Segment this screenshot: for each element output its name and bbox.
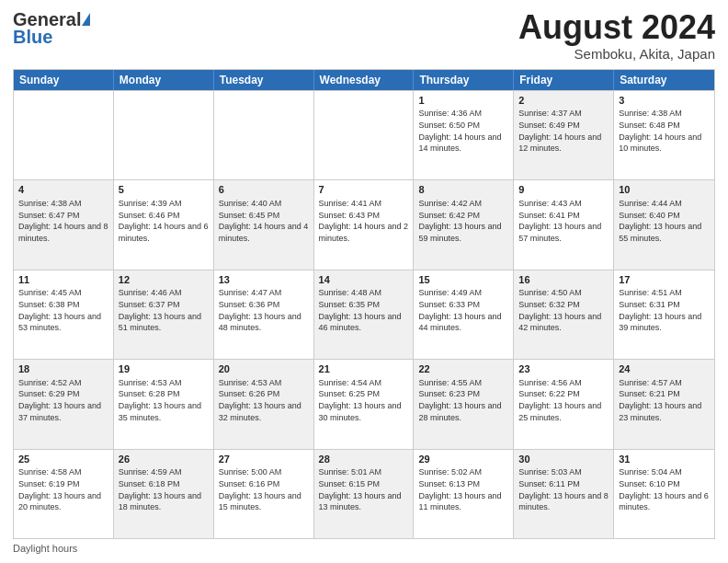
day-header-thursday: Thursday <box>414 70 514 90</box>
day-number: 23 <box>518 362 609 376</box>
day-number: 29 <box>418 453 508 466</box>
calendar-row-2: 4Sunrise: 4:38 AMSunset: 6:47 PMDaylight… <box>14 179 714 269</box>
day-detail: Sunrise: 4:56 AMSunset: 6:22 PMDaylight:… <box>518 377 609 423</box>
day-number: 9 <box>518 183 609 197</box>
day-number: 13 <box>219 273 309 287</box>
day-detail: Sunrise: 4:38 AMSunset: 6:48 PMDaylight:… <box>619 108 710 154</box>
day-number: 1 <box>418 94 508 108</box>
header: General Blue August 2024 Semboku, Akita,… <box>13 9 715 62</box>
empty-cell <box>114 91 214 179</box>
day-cell-20: 20Sunrise: 4:53 AMSunset: 6:26 PMDayligh… <box>214 360 314 448</box>
day-number: 15 <box>418 273 508 287</box>
day-number: 7 <box>319 183 409 197</box>
day-number: 31 <box>619 453 710 466</box>
calendar-row-4: 18Sunrise: 4:52 AMSunset: 6:29 PMDayligh… <box>14 359 714 448</box>
day-number: 16 <box>518 273 609 287</box>
day-cell-12: 12Sunrise: 4:46 AMSunset: 6:37 PMDayligh… <box>114 270 214 359</box>
day-header-wednesday: Wednesday <box>314 70 415 90</box>
day-cell-17: 17Sunrise: 4:51 AMSunset: 6:31 PMDayligh… <box>614 270 714 359</box>
day-header-tuesday: Tuesday <box>214 70 314 90</box>
day-number: 24 <box>619 362 710 376</box>
day-detail: Sunrise: 4:44 AMSunset: 6:40 PMDaylight:… <box>619 198 710 244</box>
day-cell-2: 2Sunrise: 4:37 AMSunset: 6:49 PMDaylight… <box>514 91 614 179</box>
day-detail: Sunrise: 4:50 AMSunset: 6:32 PMDaylight:… <box>518 287 609 333</box>
day-detail: Sunrise: 4:40 AMSunset: 6:45 PMDaylight:… <box>219 198 309 244</box>
day-cell-11: 11Sunrise: 4:45 AMSunset: 6:38 PMDayligh… <box>14 270 114 359</box>
day-number: 22 <box>418 362 508 376</box>
day-detail: Sunrise: 4:59 AMSunset: 6:18 PMDaylight:… <box>119 466 209 512</box>
empty-cell <box>214 91 314 179</box>
day-detail: Sunrise: 4:52 AMSunset: 6:29 PMDaylight:… <box>18 377 108 423</box>
day-detail: Sunrise: 5:04 AMSunset: 6:10 PMDaylight:… <box>619 466 710 512</box>
day-number: 18 <box>18 362 108 376</box>
day-header-monday: Monday <box>114 70 214 90</box>
day-cell-6: 6Sunrise: 4:40 AMSunset: 6:45 PMDaylight… <box>214 180 314 269</box>
day-header-sunday: Sunday <box>14 70 114 90</box>
day-detail: Sunrise: 4:38 AMSunset: 6:47 PMDaylight:… <box>18 198 108 244</box>
day-cell-14: 14Sunrise: 4:48 AMSunset: 6:35 PMDayligh… <box>314 270 415 359</box>
day-cell-31: 31Sunrise: 5:04 AMSunset: 6:10 PMDayligh… <box>614 450 714 538</box>
day-cell-5: 5Sunrise: 4:39 AMSunset: 6:46 PMDaylight… <box>114 180 214 269</box>
day-cell-19: 19Sunrise: 4:53 AMSunset: 6:28 PMDayligh… <box>114 360 214 448</box>
day-cell-26: 26Sunrise: 4:59 AMSunset: 6:18 PMDayligh… <box>114 450 214 538</box>
calendar-row-1: 1Sunrise: 4:36 AMSunset: 6:50 PMDaylight… <box>14 90 714 179</box>
day-cell-30: 30Sunrise: 5:03 AMSunset: 6:11 PMDayligh… <box>514 450 614 538</box>
day-cell-1: 1Sunrise: 4:36 AMSunset: 6:50 PMDaylight… <box>414 91 514 179</box>
calendar-row-3: 11Sunrise: 4:45 AMSunset: 6:38 PMDayligh… <box>14 270 714 359</box>
day-number: 5 <box>119 183 209 197</box>
day-detail: Sunrise: 5:00 AMSunset: 6:16 PMDaylight:… <box>219 466 309 512</box>
day-detail: Sunrise: 4:49 AMSunset: 6:33 PMDaylight:… <box>418 287 508 333</box>
day-cell-24: 24Sunrise: 4:57 AMSunset: 6:21 PMDayligh… <box>614 360 714 448</box>
day-cell-23: 23Sunrise: 4:56 AMSunset: 6:22 PMDayligh… <box>514 360 614 448</box>
day-cell-10: 10Sunrise: 4:44 AMSunset: 6:40 PMDayligh… <box>614 180 714 269</box>
calendar: SundayMondayTuesdayWednesdayThursdayFrid… <box>13 69 715 539</box>
day-number: 21 <box>319 362 409 376</box>
day-detail: Sunrise: 4:54 AMSunset: 6:25 PMDaylight:… <box>319 377 409 423</box>
day-cell-7: 7Sunrise: 4:41 AMSunset: 6:43 PMDaylight… <box>314 180 415 269</box>
day-number: 28 <box>319 453 409 466</box>
day-number: 11 <box>18 273 108 287</box>
day-detail: Sunrise: 4:57 AMSunset: 6:21 PMDaylight:… <box>619 377 710 423</box>
day-cell-27: 27Sunrise: 5:00 AMSunset: 6:16 PMDayligh… <box>214 450 314 538</box>
day-number: 10 <box>619 183 710 197</box>
day-number: 4 <box>18 183 108 197</box>
day-number: 14 <box>319 273 409 287</box>
day-cell-13: 13Sunrise: 4:47 AMSunset: 6:36 PMDayligh… <box>214 270 314 359</box>
day-cell-4: 4Sunrise: 4:38 AMSunset: 6:47 PMDaylight… <box>14 180 114 269</box>
logo-triangle-icon <box>82 13 90 26</box>
day-number: 8 <box>418 183 508 197</box>
day-detail: Sunrise: 4:36 AMSunset: 6:50 PMDaylight:… <box>418 108 508 154</box>
logo: General Blue <box>13 9 90 48</box>
day-cell-29: 29Sunrise: 5:02 AMSunset: 6:13 PMDayligh… <box>414 450 514 538</box>
day-detail: Sunrise: 4:53 AMSunset: 6:28 PMDaylight:… <box>119 377 209 423</box>
day-cell-15: 15Sunrise: 4:49 AMSunset: 6:33 PMDayligh… <box>414 270 514 359</box>
day-cell-22: 22Sunrise: 4:55 AMSunset: 6:23 PMDayligh… <box>414 360 514 448</box>
day-detail: Sunrise: 4:42 AMSunset: 6:42 PMDaylight:… <box>418 198 508 244</box>
day-number: 17 <box>619 273 710 287</box>
day-detail: Sunrise: 4:46 AMSunset: 6:37 PMDaylight:… <box>119 287 209 333</box>
month-title: August 2024 <box>518 9 715 46</box>
day-number: 27 <box>219 453 309 466</box>
day-detail: Sunrise: 4:51 AMSunset: 6:31 PMDaylight:… <box>619 287 710 333</box>
day-cell-16: 16Sunrise: 4:50 AMSunset: 6:32 PMDayligh… <box>514 270 614 359</box>
day-cell-18: 18Sunrise: 4:52 AMSunset: 6:29 PMDayligh… <box>14 360 114 448</box>
calendar-row-5: 25Sunrise: 4:58 AMSunset: 6:19 PMDayligh… <box>14 449 714 538</box>
day-header-friday: Friday <box>514 70 614 90</box>
day-cell-28: 28Sunrise: 5:01 AMSunset: 6:15 PMDayligh… <box>314 450 415 538</box>
day-detail: Sunrise: 4:58 AMSunset: 6:19 PMDaylight:… <box>18 466 108 512</box>
day-detail: Sunrise: 5:03 AMSunset: 6:11 PMDaylight:… <box>518 466 609 512</box>
day-number: 19 <box>119 362 209 376</box>
calendar-header: SundayMondayTuesdayWednesdayThursdayFrid… <box>14 70 714 90</box>
day-cell-8: 8Sunrise: 4:42 AMSunset: 6:42 PMDaylight… <box>414 180 514 269</box>
day-number: 12 <box>119 273 209 287</box>
empty-cell <box>14 91 114 179</box>
day-number: 30 <box>518 453 609 466</box>
day-detail: Sunrise: 4:48 AMSunset: 6:35 PMDaylight:… <box>319 287 409 333</box>
day-detail: Sunrise: 4:53 AMSunset: 6:26 PMDaylight:… <box>219 377 309 423</box>
day-number: 2 <box>518 94 609 108</box>
day-detail: Sunrise: 5:01 AMSunset: 6:15 PMDaylight:… <box>319 466 409 512</box>
logo-blue-text: Blue <box>13 27 52 48</box>
footer-note: Daylight hours <box>13 539 715 554</box>
day-cell-21: 21Sunrise: 4:54 AMSunset: 6:25 PMDayligh… <box>314 360 415 448</box>
day-cell-25: 25Sunrise: 4:58 AMSunset: 6:19 PMDayligh… <box>14 450 114 538</box>
